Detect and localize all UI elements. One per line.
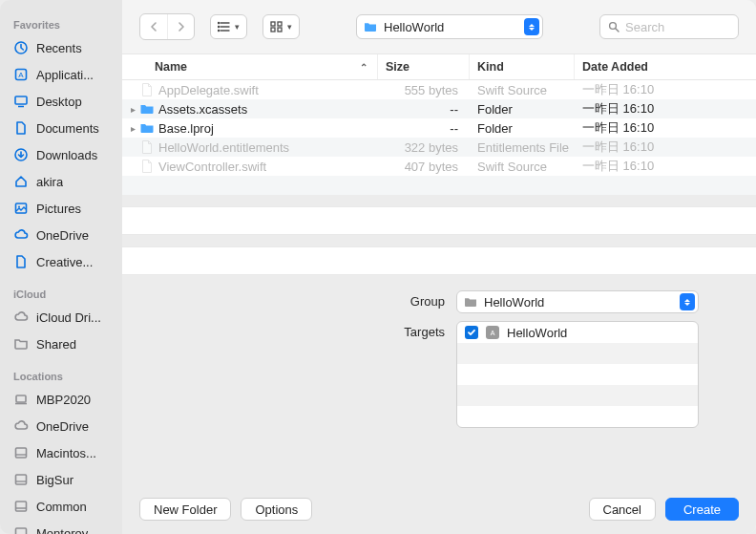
column-size[interactable]: Size: [378, 54, 470, 79]
clock-icon: [13, 40, 29, 55]
sidebar-item-label: iCloud Dri...: [36, 310, 101, 325]
sidebar-item[interactable]: AApplicati...: [0, 61, 122, 88]
column-headers: Name ⌃ Size Kind Date Added: [122, 53, 756, 80]
file-row-empty: [122, 176, 756, 195]
svg-point-22: [218, 26, 219, 27]
disclosure-icon[interactable]: ▸: [122, 123, 137, 134]
column-kind[interactable]: Kind: [470, 54, 575, 79]
targets-label: Targets: [122, 321, 456, 339]
disclosure-icon[interactable]: ▸: [122, 104, 137, 115]
file-name: Base.lproj: [157, 121, 378, 136]
target-row-empty: [457, 364, 698, 385]
sidebar-item[interactable]: Shared: [0, 331, 122, 357]
search-field[interactable]: [599, 14, 739, 39]
file-name: HelloWorld.entitlements: [157, 140, 378, 155]
column-date-label: Date Added: [582, 60, 648, 74]
target-checkbox[interactable]: [465, 326, 478, 339]
sidebar-item-label: Common: [36, 500, 87, 514]
nav-buttons: [139, 13, 195, 40]
column-name[interactable]: Name ⌃: [122, 54, 378, 79]
sidebar-item-label: Applicati...: [36, 68, 94, 82]
laptop-icon: [13, 392, 29, 407]
sidebar-section-label: Locations: [0, 357, 122, 386]
file-date: 一昨日 16:10: [575, 139, 756, 156]
cloud-icon: [13, 310, 29, 325]
new-folder-button[interactable]: New Folder: [139, 498, 231, 521]
target-row[interactable]: A HelloWorld: [457, 322, 698, 343]
view-grid-button[interactable]: ▾: [262, 14, 300, 39]
column-kind-label: Kind: [477, 60, 504, 74]
folder-icon: [13, 336, 29, 352]
svg-text:A: A: [491, 330, 495, 336]
search-input[interactable]: [625, 20, 756, 34]
file-date: 一昨日 16:10: [575, 158, 756, 175]
file-date: 一昨日 16:10: [575, 100, 756, 117]
target-row-empty: [457, 343, 698, 364]
download-icon: [13, 147, 29, 162]
path-name: HelloWorld: [384, 20, 517, 34]
create-button[interactable]: Create: [665, 498, 739, 521]
sidebar-item[interactable]: Desktop: [0, 88, 122, 115]
nav-back-button[interactable]: [140, 14, 167, 39]
sidebar-item-label: Downloads: [36, 148, 97, 162]
svg-rect-3: [15, 96, 27, 104]
app-icon: A: [13, 67, 29, 82]
file-date: 一昨日 16:10: [575, 119, 756, 137]
target-row-empty: [457, 406, 698, 427]
svg-point-28: [610, 23, 617, 30]
sidebar-item[interactable]: MBP2020: [0, 386, 122, 413]
file-kind: Swift Source: [470, 160, 575, 174]
file-size: 322 bytes: [378, 140, 470, 155]
svg-point-23: [218, 30, 219, 31]
sidebar-item[interactable]: Pictures: [0, 195, 122, 222]
path-selector[interactable]: HelloWorld: [356, 14, 543, 39]
file-row[interactable]: ▸Assets.xcassets--Folder一昨日 16:10: [122, 99, 756, 118]
file-row: HelloWorld.entitlements322 bytesEntitlem…: [122, 138, 756, 157]
disk-icon: [13, 472, 29, 487]
nav-forward-button[interactable]: [167, 14, 194, 39]
sidebar-item[interactable]: Creative...: [0, 248, 122, 275]
target-name: HelloWorld: [507, 326, 567, 340]
folder-icon: [137, 121, 157, 135]
file-row[interactable]: ▸Base.lproj--Folder一昨日 16:10: [122, 118, 756, 138]
bottom-bar: New Folder Options Cancel Create: [122, 484, 756, 534]
file-size: --: [378, 121, 470, 136]
sidebar-item-label: Documents: [36, 121, 99, 136]
sidebar-item[interactable]: akira: [0, 168, 122, 195]
options-button[interactable]: Options: [241, 498, 312, 521]
svg-rect-25: [278, 22, 282, 26]
sidebar-item-label: Shared: [36, 337, 76, 352]
sort-ascending-icon: ⌃: [360, 62, 368, 73]
sidebar-item-label: Creative...: [36, 255, 93, 269]
file-date: 一昨日 16:10: [575, 81, 756, 98]
sidebar-item[interactable]: Documents: [0, 115, 122, 141]
group-selector[interactable]: HelloWorld: [456, 290, 699, 313]
sidebar-item-label: Pictures: [36, 202, 81, 216]
main-panel: ▾ ▾ HelloWorld: [122, 0, 756, 534]
toolbar: ▾ ▾ HelloWorld: [122, 0, 756, 53]
view-list-button[interactable]: ▾: [210, 14, 247, 39]
sidebar-item[interactable]: Macintos...: [0, 439, 122, 466]
file-kind: Entitlements File: [470, 140, 575, 155]
sidebar-item-label: akira: [36, 175, 63, 189]
sidebar-item[interactable]: Common: [0, 493, 122, 520]
sidebar-item[interactable]: Recents: [0, 34, 122, 61]
path-stepper-icon: [524, 18, 539, 35]
sidebar-item[interactable]: Downloads: [0, 141, 122, 168]
sidebar-item[interactable]: Monterey: [0, 520, 122, 534]
folder-icon: [464, 296, 477, 308]
file-size: 407 bytes: [378, 160, 470, 174]
app-icon: A: [486, 326, 499, 339]
svg-rect-12: [16, 475, 27, 484]
column-date[interactable]: Date Added: [575, 54, 756, 79]
sidebar-item[interactable]: BigSur: [0, 466, 122, 493]
sidebar-item[interactable]: OneDrive: [0, 222, 122, 248]
cancel-button[interactable]: Cancel: [589, 498, 656, 521]
sidebar-item[interactable]: iCloud Dri...: [0, 304, 122, 331]
file-kind: Folder: [470, 102, 575, 117]
group-value: HelloWorld: [484, 295, 673, 310]
chevron-down-icon: ▾: [235, 22, 240, 32]
swift-icon: [137, 159, 157, 174]
sidebar-item-label: Macintos...: [36, 446, 96, 460]
sidebar-item[interactable]: OneDrive: [0, 413, 122, 439]
